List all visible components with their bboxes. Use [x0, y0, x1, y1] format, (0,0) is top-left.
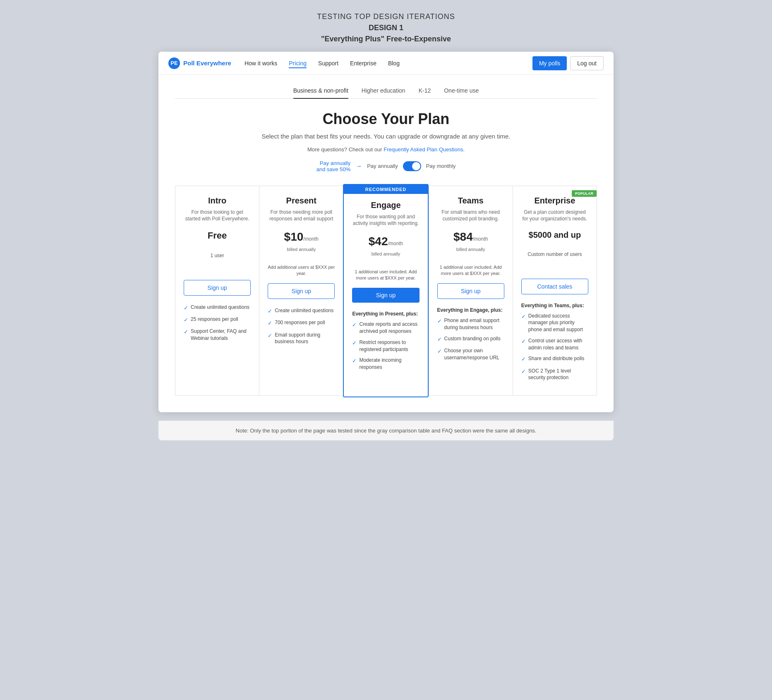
- plan-card-intro: Intro For those looking to get started w…: [175, 186, 259, 396]
- plan-present-price-amount: $10: [284, 230, 304, 243]
- plan-intro-feature-1: ✓ Create unlimited questions: [184, 304, 251, 312]
- tab-one-time[interactable]: One-time use: [444, 87, 479, 99]
- feature-text: Create unlimited questions: [275, 307, 333, 314]
- plan-present-additional: Add additional users at $XXX per year.: [268, 264, 335, 277]
- feature-text: Control user access with admin roles and…: [528, 337, 588, 351]
- tab-business[interactable]: Business & non-profit: [293, 87, 348, 99]
- design-number: DESIGN 1: [317, 24, 455, 32]
- nav-links: How it works Pricing Support Enterprise …: [245, 58, 532, 68]
- plan-present-price: $10/month: [268, 230, 335, 244]
- plan-enterprise-features-header: Everything in Teams, plus:: [521, 303, 588, 308]
- check-icon: ✓: [268, 308, 272, 315]
- plan-present-feature-3: ✓ Email support during business hours: [268, 332, 335, 346]
- check-icon: ✓: [268, 320, 272, 327]
- plan-intro-price: Free: [184, 230, 251, 241]
- nav-actions: My polls Log out: [532, 56, 604, 70]
- plan-engage-feature-1: ✓ Create reports and access archived pol…: [352, 321, 419, 335]
- feature-text: Support Center, FAQ and Webinar tutorial…: [191, 328, 251, 342]
- plan-present-btn[interactable]: Sign up: [268, 283, 335, 299]
- feature-text: Email support during business hours: [275, 332, 335, 346]
- plan-present-users: [268, 255, 335, 261]
- design-subtitle: "Everything Plus" Free-to-Expensive: [317, 35, 455, 43]
- top-labels: TESTING TOP DESIGN ITERATIONS DESIGN 1 "…: [317, 12, 455, 43]
- plan-teams-btn[interactable]: Sign up: [437, 283, 504, 299]
- logo-text: Poll Everywhere: [183, 60, 231, 67]
- plan-present-title: Present: [268, 196, 335, 205]
- plan-engage-feature-2: ✓ Restrict responses to registered parti…: [352, 339, 419, 353]
- plan-engage-title: Engage: [352, 201, 419, 210]
- billing-annually-label: Pay annuallyand save 50%: [316, 160, 350, 172]
- plan-enterprise-price: $5000 and up: [521, 230, 588, 240]
- plan-engage-additional: 1 additional user included. Add more use…: [352, 269, 419, 282]
- plan-teams-title: Teams: [437, 196, 504, 205]
- plan-enterprise-feature-4: ✓ SOC 2 Type 1 level security protection: [521, 368, 588, 382]
- plan-teams-users: [437, 255, 504, 261]
- plan-engage-billed: billed annually: [352, 251, 419, 256]
- billing-monthly-option: Pay monthly: [426, 163, 456, 169]
- plan-teams-feature-1: ✓ Phone and email support during busines…: [437, 317, 504, 331]
- check-icon: ✓: [184, 304, 188, 312]
- plan-present-feature-2: ✓ 700 responses per poll: [268, 319, 335, 327]
- plan-engage-btn[interactable]: Sign up: [352, 288, 419, 303]
- my-polls-button[interactable]: My polls: [532, 56, 567, 70]
- feature-text: Phone and email support during business …: [444, 317, 504, 331]
- check-icon: ✓: [437, 318, 442, 325]
- nav-enterprise[interactable]: Enterprise: [350, 58, 376, 68]
- plan-enterprise-additional: [521, 260, 588, 272]
- plan-heading: Choose Your Plan Select the plan that be…: [175, 110, 597, 141]
- logo-area: PE Poll Everywhere: [168, 57, 231, 69]
- page-wrapper: TESTING TOP DESIGN ITERATIONS DESIGN 1 "…: [138, 12, 634, 440]
- check-icon: ✓: [352, 357, 357, 365]
- plan-teams-price: $84/month: [437, 230, 504, 244]
- plan-intro-btn[interactable]: Sign up: [184, 280, 251, 296]
- check-icon: ✓: [352, 339, 357, 347]
- check-icon: ✓: [521, 356, 526, 363]
- logout-button[interactable]: Log out: [570, 56, 604, 70]
- plan-card-engage: RECOMMENDED Engage For those wanting pol…: [343, 184, 428, 398]
- check-icon: ✓: [184, 316, 188, 324]
- plan-card-enterprise: POPULAR Enterprise Get a plan custom des…: [513, 186, 597, 396]
- plan-teams-features-header: Everything in Engage, plus:: [437, 307, 504, 313]
- content-area: Business & non-profit Higher education K…: [158, 75, 614, 412]
- billing-toggle-switch[interactable]: [403, 161, 421, 171]
- check-icon: ✓: [437, 336, 442, 343]
- plan-intro-feature-3: ✓ Support Center, FAQ and Webinar tutori…: [184, 328, 251, 342]
- nav-blog[interactable]: Blog: [388, 58, 400, 68]
- recommended-badge: RECOMMENDED: [344, 185, 427, 194]
- billing-toggle: Pay annuallyand save 50% → Pay annually …: [175, 160, 597, 172]
- plan-engage-period: /month: [388, 241, 403, 246]
- plan-subtitle: Select the plan that best fits your need…: [175, 132, 597, 141]
- plan-teams-feature-2: ✓ Custom branding on polls: [437, 335, 504, 343]
- nav-support[interactable]: Support: [318, 58, 338, 68]
- plan-teams-billed: billed annually: [437, 247, 504, 252]
- plan-enterprise-billed: [521, 243, 588, 248]
- tab-higher-education[interactable]: Higher education: [362, 87, 405, 99]
- check-icon: ✓: [521, 338, 526, 345]
- plan-enterprise-feature-2: ✓ Control user access with admin roles a…: [521, 337, 588, 351]
- plan-teams-price-amount: $84: [453, 230, 473, 243]
- check-icon: ✓: [352, 321, 357, 329]
- check-icon: ✓: [184, 328, 188, 336]
- tab-k12[interactable]: K-12: [419, 87, 431, 99]
- plan-engage-price: $42/month: [352, 235, 419, 248]
- plan-title: Choose Your Plan: [175, 110, 597, 128]
- plan-teams-feature-3: ✓ Choose your own username/response URL: [437, 347, 504, 361]
- faq-link-area: More questions? Check out our Frequently…: [175, 146, 597, 153]
- plan-enterprise-btn[interactable]: Contact sales: [521, 279, 588, 294]
- faq-link[interactable]: Frequently Asked Plan Questions: [384, 146, 463, 153]
- plan-intro-title: Intro: [184, 196, 251, 205]
- plan-intro-additional: [184, 262, 251, 273]
- plan-engage-features-header: Everything in Present, plus:: [352, 311, 419, 317]
- plan-enterprise-users: Custom number of users: [521, 251, 588, 257]
- arrow-icon: →: [355, 162, 362, 170]
- plan-enterprise-title: Enterprise: [521, 196, 588, 205]
- nav-pricing[interactable]: Pricing: [289, 58, 307, 68]
- toggle-knob: [412, 162, 420, 170]
- plan-present-description: For those needing more poll responses an…: [268, 209, 335, 224]
- plan-intro-description: For those looking to get started with Po…: [184, 209, 251, 224]
- nav-how-it-works[interactable]: How it works: [245, 58, 277, 68]
- plan-intro-users: 1 user: [184, 253, 251, 258]
- plan-intro-billed: [184, 244, 251, 249]
- feature-text: Dedicated success manager plus priority …: [528, 313, 588, 333]
- feature-text: 25 responses per poll: [191, 316, 238, 323]
